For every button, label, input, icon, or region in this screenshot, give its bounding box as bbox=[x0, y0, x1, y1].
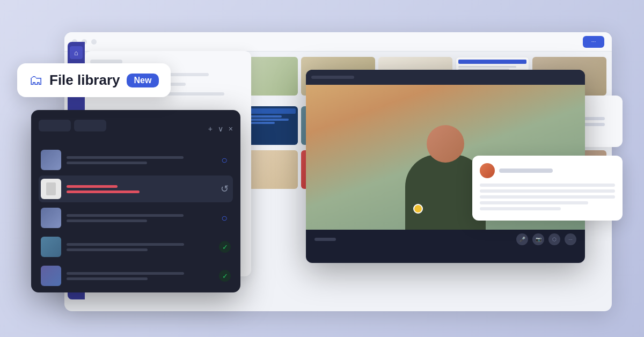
task-content-1 bbox=[67, 156, 213, 164]
task-title-bar-5 bbox=[67, 272, 184, 275]
task-red-bar-1 bbox=[67, 185, 118, 188]
task-content-4 bbox=[67, 243, 214, 251]
task-title-bar-3 bbox=[67, 214, 184, 217]
strip-home-icon[interactable]: ⌂ bbox=[70, 46, 83, 59]
task-sidebar-panel: + ∨ × ○ ↺ ○ bbox=[31, 110, 240, 292]
camera-button[interactable]: 📷 bbox=[532, 233, 544, 245]
task-thumb-2 bbox=[41, 179, 61, 199]
more-options-button[interactable]: ··· bbox=[565, 233, 576, 245]
chat-notification-card bbox=[472, 156, 623, 221]
collapse-button[interactable]: ∨ bbox=[218, 124, 223, 133]
task-sub-bar-4 bbox=[67, 248, 148, 251]
video-notification-dot bbox=[413, 204, 423, 214]
status-done-icon-1: ✓ bbox=[219, 241, 231, 253]
person-head bbox=[427, 125, 464, 163]
task-row-1[interactable]: ○ bbox=[39, 146, 233, 173]
window-action-button[interactable]: ··· bbox=[583, 36, 604, 48]
file-library-badge: 🗂 File library New bbox=[17, 63, 171, 97]
sidebar-actions: + ∨ × bbox=[208, 124, 233, 133]
chat-line-3 bbox=[480, 195, 615, 199]
task-sub-bar-1 bbox=[67, 162, 147, 164]
chat-line-4 bbox=[480, 201, 588, 204]
chat-avatar bbox=[480, 163, 495, 178]
task-row-2[interactable]: ↺ bbox=[39, 175, 233, 202]
chat-line-2 bbox=[480, 189, 615, 193]
task-thumb-4 bbox=[41, 237, 61, 257]
sidebar-tab-2[interactable] bbox=[74, 120, 106, 131]
file-library-icon: 🗂 bbox=[29, 72, 43, 89]
task-red-bar-2 bbox=[67, 191, 140, 193]
task-content-5 bbox=[67, 272, 214, 280]
sidebar-panel-topbar: + ∨ × bbox=[39, 120, 233, 138]
task-row-5[interactable]: ✓ bbox=[39, 262, 233, 289]
file-library-title: File library bbox=[49, 72, 120, 89]
win-dot-3 bbox=[91, 39, 97, 45]
task-content-2 bbox=[67, 185, 213, 193]
status-pending-icon-1: ○ bbox=[218, 154, 231, 166]
task-thumb-1 bbox=[41, 150, 61, 170]
close-button[interactable]: × bbox=[229, 124, 233, 133]
task-row-3[interactable]: ○ bbox=[39, 204, 233, 231]
status-done-icon-2: ✓ bbox=[219, 270, 231, 282]
status-pending-icon-3: ○ bbox=[218, 212, 231, 224]
bg-window-topbar: ··· bbox=[64, 32, 612, 52]
new-badge: New bbox=[127, 74, 159, 87]
task-thumb-5 bbox=[41, 266, 61, 286]
video-time-bar bbox=[314, 238, 336, 241]
status-sync-icon: ↺ bbox=[218, 183, 231, 195]
mic-button[interactable]: 🎤 bbox=[516, 233, 528, 245]
task-sub-bar-5 bbox=[67, 277, 148, 280]
task-title-bar-4 bbox=[67, 243, 184, 246]
add-button[interactable]: + bbox=[208, 124, 213, 133]
task-content-3 bbox=[67, 214, 213, 222]
task-row-4[interactable]: ✓ bbox=[39, 233, 233, 260]
chat-card-header bbox=[480, 163, 615, 178]
screen-share-button[interactable]: ⬡ bbox=[548, 233, 560, 245]
task-thumb-3 bbox=[41, 208, 61, 228]
task-title-bar-1 bbox=[67, 156, 184, 159]
chat-sender-name-bar bbox=[499, 169, 553, 173]
video-controls-bar: 🎤 📷 ⬡ ··· bbox=[306, 230, 585, 249]
sidebar-tabs bbox=[39, 120, 106, 131]
chat-line-1 bbox=[480, 184, 615, 187]
video-topbar bbox=[306, 70, 585, 85]
sidebar-tab-1[interactable] bbox=[39, 120, 71, 131]
task-sub-bar-3 bbox=[67, 219, 147, 222]
video-topbar-bar bbox=[311, 76, 354, 79]
chat-line-5 bbox=[480, 207, 561, 210]
